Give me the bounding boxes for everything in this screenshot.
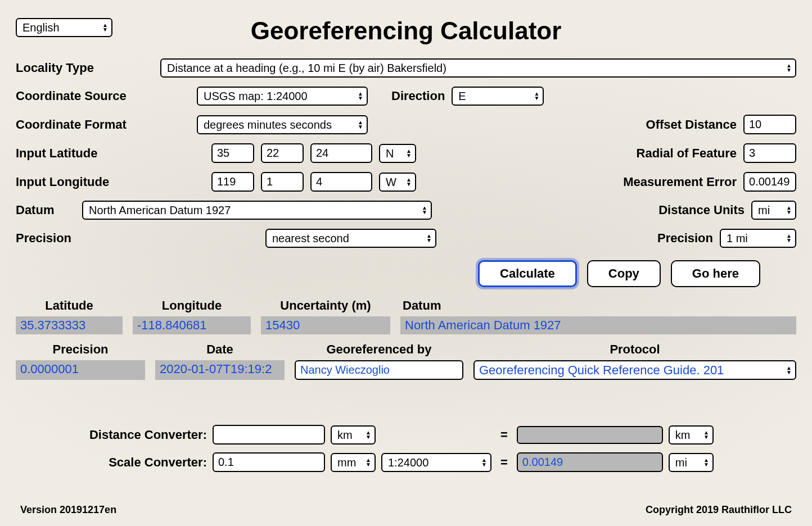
version-text: Version 20191217en <box>20 504 116 516</box>
language-select[interactable]: English <box>16 18 112 37</box>
lon-deg-input[interactable] <box>211 172 254 192</box>
distance-converter-unit-out[interactable]: km <box>669 425 714 445</box>
result-uncertainty: 15430 <box>261 316 390 334</box>
distance-units-label: Distance Units <box>658 203 745 217</box>
equals-sign: = <box>497 455 511 470</box>
result-header-date: Date <box>155 341 285 358</box>
scale-converter-output: 0.00149 <box>517 452 663 472</box>
distance-converter-input[interactable] <box>213 425 325 445</box>
measurement-error-input[interactable] <box>743 172 796 192</box>
precision-right-select[interactable]: 1 mi <box>720 229 796 248</box>
result-header-datum: Datum <box>400 297 796 314</box>
lon-sec-input[interactable] <box>310 172 372 192</box>
precision-right-label: Precision <box>657 231 713 246</box>
lat-min-input[interactable] <box>261 143 304 163</box>
protocol-select[interactable]: Georeferencing Quick Reference Guide. 20… <box>473 360 796 380</box>
lon-dir-select[interactable]: W <box>379 173 416 192</box>
precision-left-select[interactable]: nearest second <box>265 229 436 248</box>
lon-min-input[interactable] <box>261 172 304 192</box>
result-precision: 0.0000001 <box>16 360 145 380</box>
input-latitude-label: Input Latitude <box>16 146 205 161</box>
scale-ratio-select[interactable]: 1:24000 <box>381 453 491 472</box>
distance-converter-label: Distance Converter: <box>16 428 207 442</box>
coordinate-source-select[interactable]: USGS map: 1:24000 <box>197 87 368 106</box>
measurement-error-label: Measurement Error <box>623 175 737 189</box>
result-header-longitude: Longitude <box>133 297 251 314</box>
precision-left-label: Precision <box>16 231 259 246</box>
result-header-georef-by: Georeferenced by <box>295 341 463 358</box>
distance-units-select[interactable]: mi <box>751 201 796 220</box>
locality-type-label: Locality Type <box>16 61 154 75</box>
scale-converter-label: Scale Converter: <box>16 455 207 470</box>
result-datum: North American Datum 1927 <box>400 316 796 334</box>
coordinate-format-select[interactable]: degrees minutes seconds <box>197 115 368 134</box>
datum-label: Datum <box>16 203 75 217</box>
distance-converter-unit-in[interactable]: km <box>331 425 376 445</box>
result-longitude: -118.840681 <box>133 316 251 334</box>
coordinate-format-label: Coordinate Format <box>16 117 190 132</box>
georeferenced-by-input[interactable] <box>295 360 463 380</box>
offset-distance-label: Offset Distance <box>646 117 737 132</box>
calculate-button[interactable]: Calculate <box>478 260 577 287</box>
result-header-uncertainty: Uncertainty (m) <box>261 297 390 314</box>
input-longitude-label: Input Longitude <box>16 175 205 189</box>
direction-label: Direction <box>391 89 445 103</box>
result-header-precision: Precision <box>16 341 145 358</box>
scale-converter-unit-in[interactable]: mm <box>331 453 376 472</box>
coordinate-source-label: Coordinate Source <box>16 89 190 103</box>
offset-distance-input[interactable] <box>743 115 796 134</box>
result-latitude: 35.3733333 <box>16 316 123 334</box>
page-title: Georeferencing Calculator <box>251 17 562 45</box>
lat-deg-input[interactable] <box>211 143 254 163</box>
scale-converter-input[interactable] <box>213 452 325 472</box>
equals-sign: = <box>497 428 511 442</box>
result-header-latitude: Latitude <box>16 297 123 314</box>
lat-sec-input[interactable] <box>310 143 372 163</box>
copyright-text: Copyright 2019 Rauthiflor LLC <box>646 504 792 516</box>
locality-type-select[interactable]: Distance at a heading (e.g., 10 mi E (by… <box>160 58 796 78</box>
radial-of-feature-label: Radial of Feature <box>637 146 737 161</box>
scale-converter-unit-out[interactable]: mi <box>669 453 714 472</box>
result-date: 2020-01-07T19:19:2 <box>155 360 285 380</box>
copy-button[interactable]: Copy <box>587 260 661 287</box>
radial-of-feature-input[interactable] <box>743 143 796 163</box>
direction-select[interactable]: E <box>452 87 544 106</box>
go-here-button[interactable]: Go here <box>671 260 760 287</box>
result-header-protocol: Protocol <box>473 341 796 358</box>
distance-converter-output <box>517 426 663 444</box>
datum-select[interactable]: North American Datum 1927 <box>82 201 432 220</box>
lat-dir-select[interactable]: N <box>379 144 416 163</box>
